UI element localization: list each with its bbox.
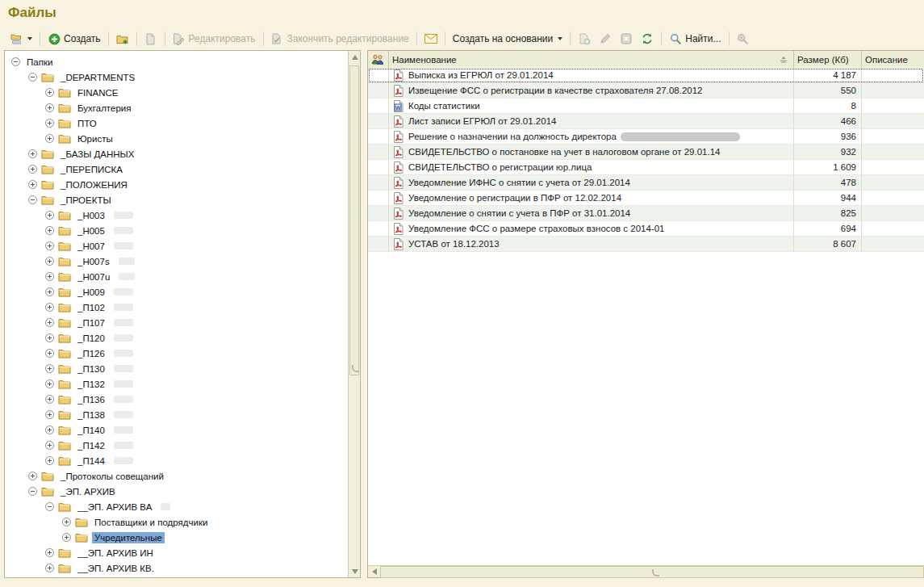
- file-name-cell[interactable]: Уведомление ИФНС о снятии с учета от 29.…: [389, 175, 794, 191]
- expand-plus-icon[interactable]: [45, 103, 54, 112]
- table-horizontal-scrollbar[interactable]: [368, 565, 924, 577]
- tree-item[interactable]: _П140: [5, 422, 348, 438]
- file-name-cell[interactable]: WКоды статистики: [389, 99, 794, 114]
- change-button[interactable]: [596, 31, 615, 47]
- tree-item[interactable]: _Н009: [5, 284, 348, 300]
- create-based-on-button[interactable]: Создать на основании: [449, 31, 567, 46]
- open-document-button[interactable]: [141, 31, 161, 47]
- table-row[interactable]: Выписка из ЕГРЮЛ от 29.01.20144 187: [368, 68, 924, 83]
- tree-vertical-scrollbar[interactable]: [348, 51, 360, 577]
- tree-item[interactable]: _Н007s: [5, 254, 348, 269]
- tree-item[interactable]: _П126: [5, 346, 348, 361]
- expand-plus-icon[interactable]: [45, 119, 54, 128]
- table-row[interactable]: WКоды статистики8: [368, 99, 924, 114]
- expand-plus-icon[interactable]: [45, 303, 54, 312]
- tree-item[interactable]: _П136: [5, 392, 348, 407]
- tree-item[interactable]: _П132: [5, 376, 348, 392]
- tree-item-label[interactable]: FINANCE: [75, 87, 120, 99]
- clear-find-button[interactable]: [734, 31, 753, 47]
- expand-plus-icon[interactable]: [28, 472, 37, 480]
- tree-item-label[interactable]: _П140: [75, 425, 107, 436]
- tree-item[interactable]: Поставщики и подрядчики: [5, 514, 348, 530]
- copy-button[interactable]: [575, 31, 594, 47]
- expand-plus-icon[interactable]: [45, 226, 54, 235]
- edit-button[interactable]: Редактировать: [169, 31, 259, 47]
- tree-item[interactable]: _Протоколы совещаний: [5, 468, 348, 484]
- scroll-left-icon[interactable]: [368, 566, 380, 578]
- tree-item-label[interactable]: _Н007s: [75, 256, 112, 267]
- tree-item-label[interactable]: _П120: [75, 333, 107, 344]
- scroll-up-icon[interactable]: [349, 51, 361, 63]
- tree-item[interactable]: _Н007u: [5, 269, 348, 284]
- tree-item[interactable]: Юристы: [5, 131, 348, 146]
- collapse-minus-icon[interactable]: [28, 487, 37, 496]
- tree-item-label[interactable]: __ЭП. АРХИВ ВА: [75, 501, 154, 513]
- tree-item[interactable]: _ПЕРЕПИСКА: [5, 161, 348, 177]
- expand-plus-icon[interactable]: [45, 548, 54, 557]
- list-settings-button[interactable]: [6, 31, 36, 47]
- tree-item[interactable]: _ПОЛОЖЕНИЯ: [5, 177, 348, 192]
- expand-plus-icon[interactable]: [45, 88, 54, 97]
- tree-item-label[interactable]: _П126: [75, 348, 107, 359]
- tree-item-label[interactable]: _Н005: [75, 225, 107, 237]
- expand-plus-icon[interactable]: [62, 518, 71, 526]
- refresh-button[interactable]: [638, 31, 657, 47]
- tree-item-label[interactable]: _П142: [75, 440, 107, 451]
- file-name-cell[interactable]: Выписка из ЕГРЮЛ от 29.01.2014: [389, 68, 794, 83]
- scroll-down-icon[interactable]: [349, 565, 361, 577]
- tree-item[interactable]: Учредительные: [5, 530, 348, 545]
- tree-item-label[interactable]: _П138: [75, 409, 107, 421]
- tree-item-label[interactable]: Бухгалтерия: [75, 103, 133, 114]
- tree-item[interactable]: _ПРОЕКТЫ: [5, 192, 348, 208]
- tree-item-label[interactable]: __ЭП. АРХИВ КВ.: [75, 563, 157, 574]
- tree-item-label[interactable]: _Н007u: [75, 271, 112, 283]
- expand-plus-icon[interactable]: [45, 134, 54, 143]
- table-row[interactable]: Уведомление ИФНС о снятии с учета от 29.…: [368, 175, 924, 191]
- tree-item[interactable]: _Н005: [5, 223, 348, 238]
- expand-plus-icon[interactable]: [28, 149, 37, 158]
- expand-plus-icon[interactable]: [45, 364, 54, 373]
- expand-plus-icon[interactable]: [45, 349, 54, 358]
- expand-plus-icon[interactable]: [45, 211, 54, 220]
- expand-plus-icon[interactable]: [45, 379, 54, 388]
- column-header-description[interactable]: Описание: [862, 51, 924, 68]
- expand-plus-icon[interactable]: [45, 241, 54, 250]
- table-row[interactable]: УСТАВ от 18.12.20138 607: [368, 237, 924, 252]
- tree-item-label[interactable]: _DEPARTMENTS: [58, 72, 137, 83]
- column-header-users[interactable]: [368, 51, 389, 68]
- table-row[interactable]: Решение о назначении на должность директ…: [368, 129, 924, 145]
- expand-plus-icon[interactable]: [45, 287, 54, 296]
- tree-item-label[interactable]: _П132: [75, 379, 107, 390]
- table-row[interactable]: Уведомление ФСС о размере страховых взно…: [368, 221, 924, 237]
- tree-item-label[interactable]: Поставщики и подрядчики: [92, 517, 210, 528]
- tree-item-label[interactable]: _ПОЛОЖЕНИЯ: [58, 179, 130, 191]
- tree-item-label[interactable]: _П136: [75, 394, 107, 405]
- tree-item-label[interactable]: ПТО: [75, 118, 99, 129]
- tree-item[interactable]: _БАЗЫ ДАННЫХ: [5, 146, 348, 161]
- table-row[interactable]: Уведомление о регистрации в ПФР от 12.02…: [368, 191, 924, 206]
- table-row[interactable]: Лист записи ЕГРЮЛ от 29.01.2014466: [368, 114, 924, 129]
- tree-item-label[interactable]: Папки: [24, 57, 55, 68]
- column-header-size[interactable]: Размер (Кб): [794, 51, 862, 68]
- find-button[interactable]: Найти...: [666, 31, 724, 47]
- file-name-cell[interactable]: Уведомление ФСС о размере страховых взно…: [389, 221, 794, 237]
- tree-item[interactable]: Папки: [5, 54, 348, 69]
- tree-item-label[interactable]: Юристы: [75, 133, 115, 145]
- tree-item[interactable]: ПТО: [5, 115, 348, 131]
- table-scrollbar-thumb[interactable]: [380, 566, 924, 578]
- send-mail-button[interactable]: [421, 31, 441, 47]
- tree-item-label[interactable]: _Н009: [75, 287, 107, 298]
- tree-item[interactable]: Бухгалтерия: [5, 100, 348, 115]
- file-name-cell[interactable]: Уведомление о снятии с учета в ПФР от 31…: [389, 206, 794, 221]
- tree-item[interactable]: _П144: [5, 453, 348, 468]
- tree-item-label[interactable]: _ПРОЕКТЫ: [58, 195, 114, 206]
- delete-button[interactable]: [617, 31, 636, 47]
- expand-plus-icon[interactable]: [45, 333, 54, 342]
- tree-item[interactable]: FINANCE: [5, 85, 348, 100]
- tree-item-label[interactable]: _Н003: [75, 210, 107, 221]
- file-name-cell[interactable]: Решение о назначении на должность директ…: [389, 129, 794, 145]
- create-folder-button[interactable]: [113, 31, 132, 47]
- tree-item[interactable]: __ЭП. АРХИВ КВ.: [5, 560, 348, 576]
- tree-item[interactable]: _ЭП. АРХИВ: [5, 484, 348, 499]
- file-name-cell[interactable]: Извещение ФСС о регистрации в качестве с…: [389, 83, 794, 99]
